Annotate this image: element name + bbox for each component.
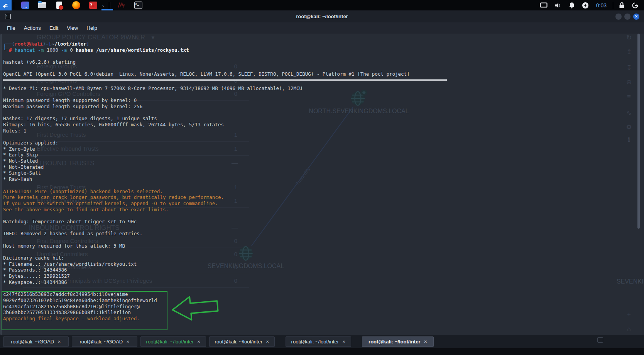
terminal-line: INFO: Removed 2 hashes found as potfile …: [3, 231, 447, 237]
close-button[interactable]: ✕: [633, 14, 639, 20]
menu-file[interactable]: File: [7, 25, 15, 31]
notifications-tray-button[interactable]: [569, 2, 575, 8]
zoom-in-icon: +: [624, 311, 634, 318]
terminal-line: [3, 285, 447, 292]
terminal-line: [3, 65, 447, 71]
desktop-app-button[interactable]: ⋯: [20, 1, 30, 10]
chevron-down-icon[interactable]: ⌄: [101, 3, 105, 8]
tab-label: root@kali: ~/GOAD: [79, 339, 123, 345]
terminal-line: [3, 225, 447, 231]
window-controls: ✕: [615, 14, 639, 20]
firefox-button[interactable]: [71, 1, 81, 10]
prompt-segment: root㉿kali: [15, 41, 43, 47]
terminal-tabbar: root@kali: ~/GOAD✕root@kali: ~/GOAD✕root…: [0, 335, 644, 348]
prompt-segment: -m: [38, 47, 44, 53]
power-manager-icon: [582, 2, 589, 9]
terminal-tab-1[interactable]: root@kali: ~/GOAD✕: [3, 336, 69, 347]
prompt-segment: └─: [3, 47, 9, 53]
bell-icon: [569, 2, 575, 8]
terminal-tab-6[interactable]: root@kali: ~/loot/inter✕: [362, 336, 434, 347]
tab-close-icon[interactable]: ✕: [126, 340, 129, 344]
terminal-tab-3[interactable]: root@kali: ~/loot/inter✕: [140, 336, 206, 347]
maximize-button[interactable]: [624, 14, 630, 20]
folder-icon: [38, 2, 46, 8]
menu-edit[interactable]: Edit: [49, 25, 58, 31]
tab-close-icon[interactable]: ✕: [197, 340, 200, 344]
logout-icon: [632, 2, 639, 9]
terminal-body[interactable]: GROUP POLICY CREATOR OWNER A N ▼ Foreign…: [0, 34, 644, 335]
terminal-line: If you want to switch to optimized kerne…: [3, 200, 447, 207]
logout-button[interactable]: [632, 2, 639, 9]
terminal-line: Optimizers applied:: [3, 140, 447, 146]
terminal-line: * Not-Iterated: [3, 164, 447, 170]
clock[interactable]: 0:03: [596, 2, 607, 8]
tab-label: root@kali: ~/GOAD: [11, 339, 54, 345]
prompt-segment: hashcat: [15, 47, 35, 53]
download-icon: ↧: [624, 64, 634, 72]
highlight-box: [2, 291, 167, 330]
terminal-window: › root@kali: ~/loot/inter ✕ FileActionsE…: [0, 10, 644, 348]
background-clipped-node-label: SEVENKINGDOMS.LOCAL: [617, 278, 644, 285]
terminal-tab-4[interactable]: root@kali: ~/loot/inter✕: [209, 336, 275, 347]
terminal-line: OpenCL API (OpenCL 3.0 PoCL 6.0+debian L…: [3, 71, 447, 77]
power-manager-tray-button[interactable]: [582, 2, 589, 9]
taskbar-separator: [110, 2, 110, 9]
window-titlebar[interactable]: › root@kali: ~/loot/inter ✕: [0, 10, 644, 22]
refresh-icon: ↻: [624, 34, 634, 42]
tab-close-icon[interactable]: ✕: [57, 340, 61, 344]
text-editor-button[interactable]: [54, 1, 64, 10]
tab-overflow-icon[interactable]: [597, 337, 603, 343]
command-line: └─# hashcat -m 1000 -a 0 hashes /usr/sha…: [3, 47, 447, 53]
display-tray-button[interactable]: [540, 2, 548, 8]
terminal-line: Maximum password length supported by ker…: [3, 104, 447, 110]
file-manager-button[interactable]: [37, 1, 47, 10]
menu-actions[interactable]: Actions: [24, 25, 41, 31]
info-icon: ℹ: [624, 136, 634, 144]
terminal-output: ┌──(root㉿kali)-[~/loot/inter]└─# hashcat…: [3, 41, 447, 322]
checklist-icon: ≡: [624, 93, 634, 101]
home-icon: ⌂: [624, 325, 634, 333]
display-icon: [540, 2, 548, 8]
prompt-segment: ~/loot/inter: [51, 41, 86, 47]
taskbar-left: ⋯ $_ ⌄ >_: [0, 0, 147, 10]
terminal-line: Rules: 1: [3, 128, 447, 134]
terminal-line: [3, 237, 447, 243]
prompt-segment: hashes /usr/share/wordlists/rockyou.txt: [76, 47, 189, 53]
tab-close-icon[interactable]: ✕: [424, 340, 427, 344]
terminal-icon: >_: [134, 2, 142, 9]
terminal-line: [3, 249, 447, 255]
volume-tray-button[interactable]: [554, 2, 562, 8]
prompt-segment: 0: [67, 47, 76, 53]
lock-icon: [619, 2, 625, 8]
root-terminal-button[interactable]: $_: [88, 1, 98, 10]
highlight-arrow-icon: [170, 293, 220, 324]
terminal-line: * Bytes.....: 139921527: [3, 273, 447, 279]
settings-icon: ⚙: [624, 123, 634, 131]
terminal-line: Pure kernels can crack longer passwords,…: [3, 194, 447, 200]
kali-logo-icon: [2, 2, 10, 9]
upload-circle-icon: ⊕: [624, 78, 634, 86]
terminal-line: [3, 110, 447, 116]
window-title: root@kali: ~/loot/inter: [0, 14, 644, 19]
terminal-line: ATTENTION! Pure (unoptimized) backend ke…: [3, 189, 447, 195]
red-terminal-icon: $_: [89, 2, 97, 9]
menu-view[interactable]: View: [67, 25, 78, 31]
minimize-button[interactable]: [615, 14, 622, 20]
terminal-scrollbar[interactable]: [637, 34, 640, 229]
terminal-line: [3, 182, 447, 189]
volume-icon: [554, 2, 562, 8]
tab-close-icon[interactable]: ✕: [266, 340, 269, 344]
prompt-segment: ]: [86, 41, 90, 47]
qterminal-app-button[interactable]: >_: [134, 1, 143, 10]
tab-label: root@kali: ~/loot/inter: [146, 339, 194, 345]
terminal-tab-5[interactable]: root@kali: ~/loot/inter✕: [286, 336, 351, 347]
tab-close-icon[interactable]: ✕: [342, 340, 345, 344]
lock-screen-button[interactable]: [619, 2, 625, 8]
taskbar-separator: [14, 2, 14, 9]
menu-help[interactable]: Help: [86, 25, 97, 31]
terminal-tab-2[interactable]: root@kali: ~/GOAD✕: [72, 336, 137, 347]
terminal-line: * Single-Salt: [3, 170, 447, 176]
upload-icon: ↥: [624, 48, 634, 56]
kali-menu-button[interactable]: [0, 0, 12, 10]
dragon-app-button[interactable]: [117, 1, 126, 10]
